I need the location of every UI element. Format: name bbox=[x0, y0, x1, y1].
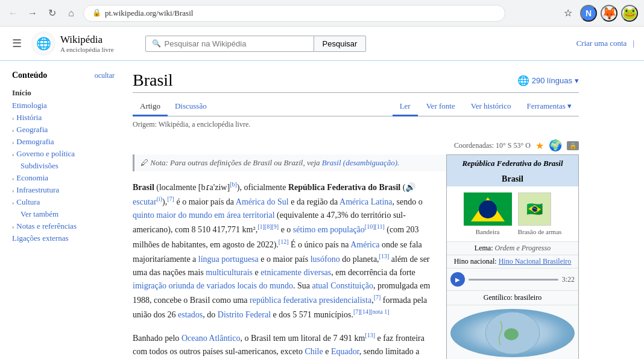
forward-button[interactable]: → bbox=[25, 6, 40, 21]
moto-label: Lema: bbox=[475, 244, 493, 252]
wiki-search-area: 🔍 Pesquisar bbox=[145, 36, 367, 52]
audio-progress-bar[interactable] bbox=[469, 279, 558, 281]
multiculturais-link[interactable]: multiculturais bbox=[206, 268, 253, 277]
wiki-logo-icon: 🌐 bbox=[31, 31, 55, 56]
wiki-logo[interactable]: 🌐 Wikipédia A enciclopédia livre bbox=[31, 31, 114, 56]
setimo-link[interactable]: sétimo em população bbox=[293, 225, 365, 234]
play-button[interactable]: ▶ bbox=[450, 272, 465, 287]
toc-link-notas[interactable]: Notas e referências bbox=[16, 221, 77, 231]
anthem-link[interactable]: Hino Nacional Brasileiro bbox=[499, 257, 572, 265]
wiki-article: Brasil 🌐 290 línguas ▾ Artigo Discussão … bbox=[121, 61, 591, 359]
toc-link-ver-tambem[interactable]: Ver também bbox=[21, 209, 58, 219]
escutar-link[interactable]: escutar bbox=[133, 197, 157, 206]
toc-link-demografia[interactable]: Demografia bbox=[16, 137, 54, 147]
toc-item-historia[interactable]: › História bbox=[12, 112, 115, 124]
home-button[interactable]: ⌂ bbox=[64, 6, 78, 21]
toc-item-geografia[interactable]: › Geografia bbox=[12, 124, 115, 136]
toc-item-notas[interactable]: › Notas e referências bbox=[12, 220, 115, 232]
toc-link-subdivisoes[interactable]: Subdivisões bbox=[21, 161, 58, 171]
toc-link-economia[interactable]: Economia bbox=[16, 173, 48, 183]
toc-link-etimologia[interactable]: Etimologia bbox=[12, 101, 47, 110]
toc-item-cultura[interactable]: › Cultura bbox=[12, 196, 115, 208]
lusofono-link[interactable]: lusófono bbox=[311, 254, 340, 263]
oceano-link[interactable]: Oceano Atlântico bbox=[182, 333, 241, 342]
toc-link-ligacoes[interactable]: Ligações externas bbox=[12, 234, 68, 243]
tab-artigo[interactable]: Artigo bbox=[133, 98, 168, 116]
etnicamente-link[interactable]: etnicamente diversas bbox=[260, 268, 331, 277]
imigracao-link[interactable]: imigração oriunda de variados locais do … bbox=[133, 281, 293, 290]
search-button[interactable]: Pesquisar bbox=[314, 36, 367, 52]
address-bar[interactable]: 🔒 pt.wikipedia.org/wiki/Brasil bbox=[83, 5, 505, 22]
gentilico-label: Gentílico: bbox=[484, 293, 513, 302]
extension-n-button[interactable]: N bbox=[580, 5, 597, 22]
anthem-label: Hino nacional: bbox=[454, 257, 497, 265]
america-latina-link[interactable]: América Latina bbox=[339, 197, 392, 206]
chevron-icon[interactable]: › bbox=[12, 199, 14, 206]
toc-hide-link[interactable]: ocultar bbox=[95, 71, 115, 80]
tab-ler[interactable]: Ler bbox=[393, 98, 418, 116]
note-text: Nota: Para outras definições de Brasil o… bbox=[150, 158, 399, 167]
toc-title: Conteúdo bbox=[12, 71, 47, 80]
star-button[interactable]: ☆ bbox=[560, 5, 576, 22]
article-origin: Origem: Wikipédia, a enciclopédia livre. bbox=[133, 120, 579, 129]
wiki-main: Conteúdo ocultar Início Etimologia › His… bbox=[0, 61, 644, 359]
chevron-icon[interactable]: › bbox=[12, 127, 14, 133]
toc-link-infraestrutura[interactable]: Infraestrutura bbox=[16, 185, 59, 195]
brazil-coat[interactable]: 🇧🇷 bbox=[518, 192, 551, 226]
tab-ver-historico[interactable]: Ver histórico bbox=[464, 98, 519, 116]
toc-link-geografia[interactable]: Geografia bbox=[16, 125, 48, 135]
search-icon: 🔍 bbox=[152, 39, 161, 48]
constituicao-link[interactable]: atual Constituição bbox=[312, 281, 373, 290]
toc-item-infraestrutura[interactable]: › Infraestrutura bbox=[12, 184, 115, 196]
wiki-logo-text: Wikipédia A enciclopédia livre bbox=[60, 34, 114, 53]
search-input[interactable] bbox=[165, 39, 308, 48]
distrito-link[interactable]: Distrito Federal bbox=[218, 310, 271, 319]
chevron-down-icon: ▾ bbox=[567, 101, 572, 110]
estados-link[interactable]: estados bbox=[178, 310, 203, 319]
toc-link-historia[interactable]: História bbox=[16, 113, 42, 122]
create-account-link[interactable]: Criar uma conta bbox=[576, 39, 627, 48]
chevron-icon[interactable]: › bbox=[12, 175, 14, 182]
star-icon[interactable]: ★ bbox=[535, 140, 544, 151]
extension-fox-button[interactable]: 🦊 bbox=[601, 5, 617, 22]
chevron-icon[interactable]: › bbox=[12, 187, 14, 194]
tab-discussao[interactable]: Discussão bbox=[168, 98, 214, 116]
quinto-maior-link[interactable]: quinto maior do mundo em área territoria… bbox=[133, 211, 275, 220]
disambig-link[interactable]: Brasil (desambiguação) bbox=[322, 158, 397, 167]
lang-switch-button[interactable]: 🌐 290 línguas ▾ bbox=[517, 75, 579, 86]
tab-right-actions: Ler Ver fonte Ver histórico Ferramentas … bbox=[393, 98, 579, 116]
america-link[interactable]: América bbox=[350, 240, 379, 249]
tab-ver-fonte[interactable]: Ver fonte bbox=[419, 98, 462, 116]
map-globe bbox=[450, 309, 575, 357]
toc-item-ver-tambem[interactable]: Ver também bbox=[12, 208, 115, 220]
infobox-gentilico: Gentílico: brasileiro bbox=[447, 290, 578, 305]
toc-link-cultura[interactable]: Cultura bbox=[16, 197, 40, 207]
chevron-icon[interactable]: › bbox=[12, 139, 14, 145]
toc-link-governo[interactable]: Governo e política bbox=[16, 149, 75, 159]
chevron-icon[interactable]: › bbox=[12, 223, 14, 230]
tab-ferramentas[interactable]: Ferramentas ▾ bbox=[519, 98, 579, 116]
chevron-icon[interactable]: › bbox=[12, 151, 14, 157]
extension-frog-button[interactable]: 🐸 bbox=[621, 5, 638, 22]
wiki-infobox: República Federativa do Brasil Brasil Ba… bbox=[446, 154, 579, 359]
infobox-anthem-row: Hino nacional: Hino Nacional Brasileiro bbox=[447, 255, 578, 268]
chevron-icon[interactable]: › bbox=[12, 115, 14, 121]
republica-link[interactable]: república federativa presidencialista bbox=[250, 296, 371, 305]
toc-item-ligacoes[interactable]: Ligações externas bbox=[12, 232, 115, 244]
toc-item-demografia[interactable]: › Demografia bbox=[12, 136, 115, 148]
refresh-button[interactable]: ↻ bbox=[45, 6, 59, 21]
toc-item-inicio[interactable]: Início bbox=[12, 86, 115, 100]
brazil-flag[interactable] bbox=[464, 192, 512, 226]
toc-item-governo[interactable]: › Governo e política bbox=[12, 148, 115, 160]
america-do-sul-link[interactable]: América do Sul bbox=[236, 197, 289, 206]
toc-item-subdivisoes[interactable]: Subdivisões bbox=[12, 160, 115, 172]
infobox-subtitle: Brasil bbox=[447, 172, 578, 186]
menu-button[interactable]: ☰ bbox=[10, 34, 24, 52]
toc-item-etimologia[interactable]: Etimologia bbox=[12, 100, 115, 112]
coords-text: Coordenadas: 10° S 53° O bbox=[454, 141, 531, 150]
equador-link[interactable]: Equador bbox=[331, 347, 359, 356]
toc-item-economia[interactable]: › Economia bbox=[12, 172, 115, 184]
lingua-portuguesa-link[interactable]: língua portuguesa bbox=[198, 254, 259, 263]
chile-link[interactable]: Chile bbox=[305, 347, 323, 356]
back-button[interactable]: ← bbox=[6, 6, 21, 21]
